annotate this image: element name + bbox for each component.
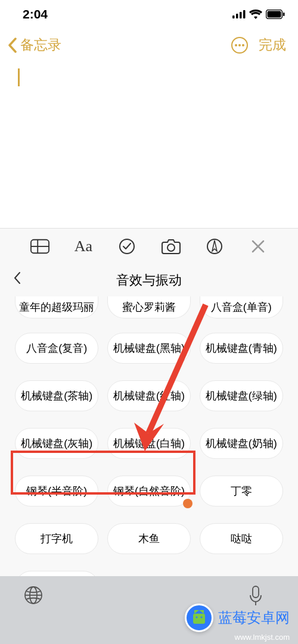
- pen-circle-icon: [206, 238, 223, 255]
- sound-option[interactable]: 打字机: [15, 523, 98, 554]
- sound-option[interactable]: 机械键盘(红轴): [107, 380, 191, 411]
- svg-rect-0: [232, 15, 235, 18]
- sound-option-selected[interactable]: 钢琴(自然音阶): [107, 476, 191, 507]
- svg-rect-21: [253, 586, 259, 598]
- globe-button[interactable]: [24, 586, 43, 607]
- svg-rect-3: [243, 10, 246, 18]
- panel-title: 音效与振动: [116, 271, 182, 289]
- sound-option[interactable]: 八音盒(单音): [200, 296, 283, 318]
- svg-point-8: [238, 44, 241, 46]
- sound-option[interactable]: 机械键盘(茶轴): [15, 380, 98, 411]
- svg-rect-5: [268, 11, 281, 18]
- status-indicators: [232, 10, 285, 19]
- svg-rect-2: [240, 12, 242, 18]
- chevron-left-icon: [13, 271, 21, 285]
- sound-option[interactable]: 机械键盘(白轴): [107, 428, 191, 459]
- battery-icon: [266, 10, 285, 19]
- watermark-text: 蓝莓安卓网: [218, 608, 290, 627]
- svg-point-24: [196, 617, 198, 618]
- check-circle-icon: [119, 238, 135, 255]
- more-button[interactable]: [231, 37, 248, 54]
- sound-option[interactable]: 机械键盘(绿轴): [200, 380, 283, 411]
- close-icon: [252, 240, 265, 253]
- wifi-icon: [249, 10, 262, 19]
- status-bar: 2:04: [0, 0, 298, 26]
- sound-option[interactable]: 丁零: [200, 476, 283, 507]
- checklist-button[interactable]: [117, 237, 136, 256]
- svg-point-9: [242, 44, 244, 46]
- globe-icon: [24, 586, 43, 605]
- nav-bar: 备忘录 完成: [0, 26, 298, 61]
- sound-option[interactable]: 蜜心罗莉酱: [107, 296, 191, 318]
- camera-icon: [162, 239, 181, 254]
- formatting-toolbar: Aa: [0, 228, 298, 264]
- text-cursor: [18, 68, 20, 86]
- svg-point-25: [201, 617, 203, 618]
- panel-header: 音效与振动: [0, 264, 298, 296]
- sound-panel: 音效与振动 童年的超级玛丽 蜜心罗莉酱 八音盒(单音) 八音盒(复音) 机械键盘…: [0, 264, 298, 624]
- sound-option[interactable]: 机械键盘(青轴): [200, 333, 283, 364]
- sound-option[interactable]: 机械键盘(灰轴): [15, 428, 98, 459]
- watermark: 蓝莓安卓网: [185, 604, 290, 632]
- watermark-url: www.lmkjst.com: [235, 633, 290, 642]
- svg-rect-1: [236, 14, 238, 18]
- back-button[interactable]: 备忘录: [7, 36, 61, 54]
- chevron-left-icon: [7, 37, 18, 53]
- signal-icon: [232, 10, 246, 18]
- sound-option[interactable]: 机械键盘(奶轴): [200, 428, 283, 459]
- close-button[interactable]: [249, 237, 268, 256]
- svg-point-14: [167, 244, 175, 251]
- back-label: 备忘录: [20, 36, 61, 54]
- table-button[interactable]: [30, 237, 49, 256]
- watermark-icon: [185, 604, 213, 632]
- done-button[interactable]: 完成: [259, 36, 286, 54]
- sound-option[interactable]: 钢琴(半音阶): [15, 476, 98, 507]
- svg-point-7: [235, 44, 237, 46]
- mic-icon: [249, 586, 262, 606]
- svg-rect-6: [283, 12, 285, 16]
- camera-button[interactable]: [162, 237, 181, 256]
- panel-back-button[interactable]: [13, 271, 21, 287]
- status-time: 2:04: [23, 7, 48, 21]
- sound-option[interactable]: 机械键盘(黑轴): [107, 333, 191, 364]
- note-body[interactable]: [0, 61, 298, 228]
- sound-option[interactable]: 八音盒(复音): [15, 333, 98, 364]
- svg-point-13: [120, 239, 134, 254]
- sound-option[interactable]: 木鱼: [107, 523, 191, 554]
- svg-rect-23: [193, 614, 205, 624]
- sound-options: 童年的超级玛丽 蜜心罗莉酱 八音盒(单音) 八音盒(复音) 机械键盘(黑轴) 机…: [0, 296, 298, 602]
- text-format-button[interactable]: Aa: [74, 237, 93, 256]
- more-icon: [235, 44, 244, 46]
- sound-option[interactable]: 童年的超级玛丽: [15, 296, 98, 318]
- table-icon: [30, 239, 49, 254]
- markup-button[interactable]: [205, 237, 224, 256]
- sound-option[interactable]: 哒哒: [200, 523, 283, 554]
